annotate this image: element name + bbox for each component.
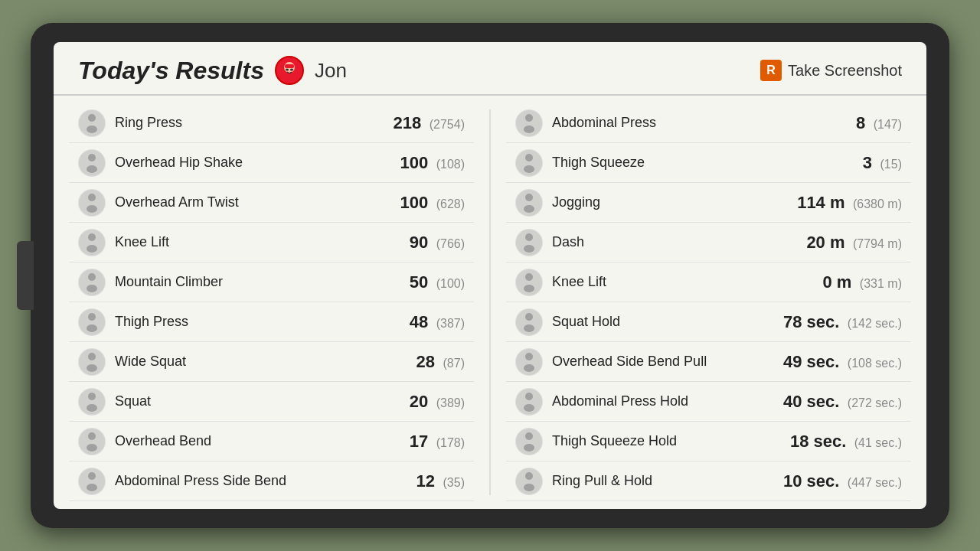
svg-point-39 bbox=[525, 154, 533, 161]
exercise-name: Knee Lift bbox=[115, 234, 410, 250]
exercise-icon bbox=[515, 428, 543, 455]
svg-point-28 bbox=[87, 404, 97, 412]
tablet-outer: Today's Results Jon R Take Screenshot bbox=[31, 23, 949, 528]
exercise-value: 114 m (6380 m) bbox=[797, 193, 902, 213]
list-item: Jogging 114 m (6380 m) bbox=[506, 183, 911, 223]
exercise-value: 12 (35) bbox=[416, 471, 465, 491]
svg-point-37 bbox=[524, 126, 534, 133]
svg-point-61 bbox=[524, 444, 534, 452]
svg-point-52 bbox=[524, 324, 534, 332]
list-item: Knee Lift 0 m (331 m) bbox=[506, 262, 911, 302]
exercise-name: Thigh Squeeze bbox=[552, 155, 863, 171]
exercise-name: Jogging bbox=[552, 194, 797, 210]
list-item: Knee Lift 90 (766) bbox=[69, 223, 474, 262]
list-item: Overhead Side Bend Pull 49 sec. (108 sec… bbox=[506, 342, 911, 382]
exercise-name: Dash bbox=[552, 234, 806, 250]
svg-point-46 bbox=[524, 245, 534, 253]
exercise-value: 8 (147) bbox=[856, 113, 902, 133]
exercise-cumulative: (108 sec.) bbox=[844, 357, 902, 370]
list-item: Abdominal Press Side Bend 12 (35) bbox=[69, 461, 474, 501]
exercise-name: Abdominal Press Hold bbox=[552, 393, 783, 409]
list-item: Mountain Climber 50 (100) bbox=[69, 262, 474, 302]
exercise-name: Thigh Squeeze Hold bbox=[552, 433, 790, 449]
exercise-name: Abdominal Press Side Bend bbox=[115, 473, 416, 489]
screenshot-button[interactable]: R Take Screenshot bbox=[760, 60, 902, 81]
exercise-cumulative: (447 sec.) bbox=[844, 476, 902, 489]
exercise-icon bbox=[515, 348, 543, 376]
svg-point-55 bbox=[524, 364, 534, 372]
exercise-cumulative: (628) bbox=[433, 197, 465, 210]
svg-point-30 bbox=[88, 432, 96, 440]
exercise-icon bbox=[78, 468, 106, 495]
username: Jon bbox=[315, 59, 347, 83]
exercise-icon bbox=[515, 269, 543, 296]
exercise-name: Squat Hold bbox=[552, 314, 783, 330]
list-item: Overhead Arm Twist 100 (628) bbox=[69, 183, 474, 223]
exercise-value: 100 (108) bbox=[400, 153, 465, 173]
svg-point-12 bbox=[88, 194, 96, 201]
exercise-icon bbox=[78, 269, 106, 296]
exercise-icon bbox=[515, 468, 543, 495]
list-item: Thigh Squeeze 3 (15) bbox=[506, 143, 911, 183]
svg-point-4 bbox=[290, 69, 293, 71]
exercise-icon bbox=[78, 428, 106, 455]
exercise-name: Ring Press bbox=[115, 115, 394, 131]
list-item: Dash 20 m (7794 m) bbox=[506, 223, 911, 262]
exercise-cumulative: (6380 m) bbox=[850, 197, 902, 210]
exercise-value: 18 sec. (41 sec.) bbox=[790, 432, 902, 452]
exercise-icon bbox=[78, 189, 106, 217]
exercise-cumulative: (331 m) bbox=[856, 277, 902, 290]
exercise-value: 10 sec. (447 sec.) bbox=[783, 471, 902, 491]
svg-point-49 bbox=[524, 285, 534, 292]
exercise-name: Squat bbox=[115, 393, 410, 409]
svg-point-21 bbox=[88, 313, 96, 321]
exercise-value: 0 m (331 m) bbox=[823, 272, 903, 292]
left-column: Ring Press 218 (2754) Overhead Hip Shake… bbox=[69, 103, 474, 501]
svg-point-31 bbox=[87, 444, 97, 452]
exercise-cumulative: (100) bbox=[433, 277, 465, 290]
exercise-value: 78 sec. (142 sec.) bbox=[783, 312, 902, 332]
list-item: Thigh Press 48 (387) bbox=[69, 302, 474, 342]
tablet-screen: Today's Results Jon R Take Screenshot bbox=[54, 42, 926, 509]
svg-point-43 bbox=[524, 205, 534, 213]
svg-point-13 bbox=[87, 205, 97, 213]
svg-point-7 bbox=[87, 126, 97, 133]
exercise-value: 28 (87) bbox=[416, 352, 465, 372]
list-item: Abdominal Press Hold 40 sec. (272 sec.) bbox=[506, 382, 911, 422]
exercise-value: 49 sec. (108 sec.) bbox=[783, 352, 902, 372]
exercise-icon bbox=[515, 229, 543, 256]
exercise-icon bbox=[78, 388, 106, 416]
exercise-value: 218 (2754) bbox=[394, 113, 465, 133]
exercise-icon bbox=[515, 308, 543, 336]
exercise-cumulative: (147) bbox=[870, 118, 902, 131]
r-badge: R bbox=[760, 60, 782, 81]
exercise-cumulative: (41 sec.) bbox=[851, 436, 902, 449]
svg-point-54 bbox=[525, 353, 533, 360]
list-item: Squat 20 (389) bbox=[69, 382, 474, 422]
exercise-cumulative: (178) bbox=[433, 436, 465, 449]
exercise-name: Mountain Climber bbox=[115, 274, 410, 290]
exercise-value: 50 (100) bbox=[410, 272, 465, 292]
list-item: Thigh Squeeze Hold 18 sec. (41 sec.) bbox=[506, 422, 911, 461]
exercise-value: 17 (178) bbox=[410, 432, 465, 452]
list-item: Ring Pull & Hold 10 sec. (447 sec.) bbox=[506, 461, 911, 501]
svg-point-18 bbox=[88, 273, 96, 281]
exercise-value: 20 m (7794 m) bbox=[806, 233, 902, 253]
list-item: Ring Press 218 (2754) bbox=[69, 103, 474, 143]
exercise-name: Abdominal Press bbox=[552, 115, 856, 131]
exercise-name: Overhead Arm Twist bbox=[115, 194, 400, 210]
exercise-icon bbox=[515, 388, 543, 416]
exercise-cumulative: (389) bbox=[433, 396, 465, 409]
tablet-grip bbox=[17, 241, 34, 310]
header: Today's Results Jon R Take Screenshot bbox=[54, 42, 926, 96]
exercise-cumulative: (108) bbox=[433, 158, 465, 171]
svg-point-36 bbox=[525, 114, 533, 122]
right-column: Abdominal Press 8 (147) Thigh Squeeze 3 … bbox=[506, 103, 911, 501]
svg-point-51 bbox=[525, 313, 533, 321]
exercise-icon bbox=[78, 109, 106, 137]
exercise-cumulative: (87) bbox=[439, 357, 465, 370]
exercise-value: 100 (628) bbox=[400, 193, 465, 213]
exercise-icon bbox=[515, 149, 543, 177]
svg-point-57 bbox=[525, 393, 533, 400]
exercise-icon bbox=[78, 308, 106, 336]
